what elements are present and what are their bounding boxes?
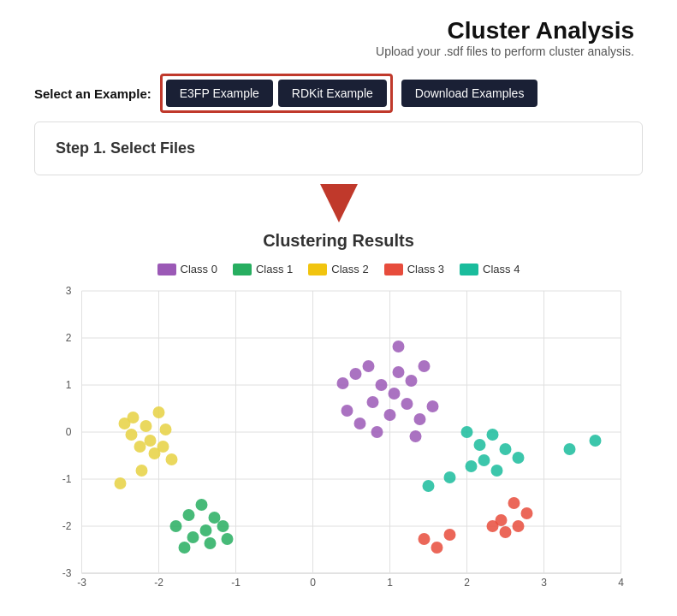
e3fp-example-button[interactable]: E3FP Example — [166, 80, 273, 107]
svg-point-69 — [149, 447, 161, 459]
legend-class1: Class 1 — [233, 263, 293, 275]
svg-point-83 — [474, 439, 486, 451]
svg-point-54 — [217, 520, 229, 532]
svg-text:-3: -3 — [62, 567, 72, 579]
results-title: Clustering Results — [34, 231, 643, 251]
arrow-container — [17, 184, 660, 222]
svg-text:2: 2 — [464, 577, 470, 589]
svg-point-71 — [115, 477, 127, 489]
svg-point-89 — [513, 452, 525, 464]
svg-point-55 — [187, 531, 199, 543]
svg-point-56 — [205, 537, 217, 549]
svg-point-51 — [209, 512, 221, 524]
chart-legend: Class 0 Class 1 Class 2 Class 3 Class 4 — [34, 263, 643, 275]
legend-class2: Class 2 — [308, 263, 368, 275]
svg-point-61 — [140, 420, 152, 432]
svg-point-62 — [153, 406, 165, 418]
svg-point-76 — [513, 520, 525, 532]
svg-point-50 — [196, 499, 208, 511]
svg-point-85 — [500, 443, 512, 455]
svg-point-91 — [423, 480, 435, 492]
svg-point-48 — [371, 426, 383, 438]
svg-text:-2: -2 — [62, 520, 72, 532]
svg-text:-1: -1 — [62, 473, 72, 485]
svg-point-93 — [590, 435, 602, 447]
svg-point-78 — [487, 520, 499, 532]
download-examples-button[interactable]: Download Examples — [401, 80, 538, 107]
svg-text:1: 1 — [66, 379, 72, 391]
svg-point-74 — [521, 507, 533, 519]
svg-text:1: 1 — [387, 577, 393, 589]
svg-point-80 — [431, 542, 443, 554]
example-label: Select an Example: — [34, 86, 151, 101]
svg-point-64 — [145, 435, 157, 447]
svg-text:-2: -2 — [154, 577, 163, 589]
example-row: Select an Example: E3FP Example RDKit Ex… — [34, 74, 660, 113]
legend-label-class0: Class 0 — [181, 263, 217, 275]
svg-point-79 — [419, 533, 431, 545]
down-arrow-icon — [320, 184, 358, 222]
svg-point-65 — [160, 424, 172, 435]
legend-color-class1 — [233, 264, 252, 275]
svg-point-88 — [491, 465, 503, 477]
svg-point-49 — [427, 400, 439, 412]
svg-text:-1: -1 — [231, 577, 241, 589]
svg-point-81 — [444, 529, 456, 541]
step1-box: Step 1. Select Files — [34, 121, 643, 175]
svg-text:3: 3 — [66, 285, 72, 297]
svg-text:0: 0 — [310, 577, 316, 589]
svg-point-42 — [384, 409, 396, 421]
svg-point-35 — [376, 379, 388, 391]
svg-text:3: 3 — [541, 577, 547, 589]
svg-point-38 — [406, 375, 418, 387]
page-header: Cluster Analysis Upload your .sdf files … — [17, 17, 660, 58]
svg-point-47 — [410, 430, 422, 442]
svg-point-46 — [393, 341, 405, 352]
results-section: Clustering Results Class 0 Class 1 Class… — [34, 231, 643, 607]
svg-point-82 — [461, 426, 473, 438]
svg-point-68 — [119, 418, 131, 429]
svg-point-45 — [354, 418, 366, 429]
svg-point-41 — [341, 405, 353, 417]
svg-point-52 — [183, 509, 195, 521]
svg-text:-3: -3 — [77, 577, 86, 589]
page-subtitle: Upload your .sdf files to perform cluste… — [17, 44, 634, 58]
svg-point-34 — [363, 360, 375, 372]
svg-point-57 — [179, 542, 191, 554]
svg-point-73 — [508, 497, 520, 509]
svg-point-90 — [444, 471, 456, 483]
svg-point-72 — [136, 465, 148, 477]
svg-point-44 — [414, 413, 426, 425]
svg-point-40 — [367, 396, 379, 408]
svg-point-59 — [170, 520, 182, 532]
legend-color-class2 — [308, 264, 327, 275]
svg-point-77 — [500, 526, 512, 538]
svg-point-37 — [389, 388, 401, 400]
svg-point-39 — [419, 360, 431, 372]
page-title: Cluster Analysis — [17, 17, 634, 44]
scatter-svg: -3 -2 -1 0 1 2 3 4 3 2 1 0 -1 -2 -3 — [34, 282, 643, 590]
legend-class0: Class 0 — [157, 263, 217, 275]
step1-title: Step 1. Select Files — [56, 139, 195, 157]
svg-point-84 — [487, 429, 499, 441]
legend-label-class1: Class 1 — [256, 263, 293, 275]
legend-color-class0 — [157, 264, 176, 275]
legend-class4: Class 4 — [460, 263, 520, 275]
svg-point-92 — [564, 443, 576, 455]
svg-point-70 — [166, 453, 178, 465]
svg-text:0: 0 — [66, 426, 72, 438]
svg-text:4: 4 — [618, 577, 624, 589]
svg-point-87 — [466, 460, 478, 472]
svg-point-36 — [393, 366, 405, 378]
legend-label-class4: Class 4 — [483, 263, 520, 275]
svg-point-66 — [134, 441, 146, 453]
svg-point-43 — [401, 398, 413, 410]
svg-point-58 — [222, 533, 234, 545]
svg-point-63 — [126, 429, 138, 441]
svg-point-32 — [350, 368, 362, 380]
legend-label-class3: Class 3 — [407, 263, 444, 275]
svg-text:2: 2 — [66, 332, 72, 344]
legend-color-class4 — [460, 264, 478, 275]
legend-color-class3 — [384, 264, 403, 275]
rdkit-example-button[interactable]: RDKit Example — [278, 80, 387, 107]
